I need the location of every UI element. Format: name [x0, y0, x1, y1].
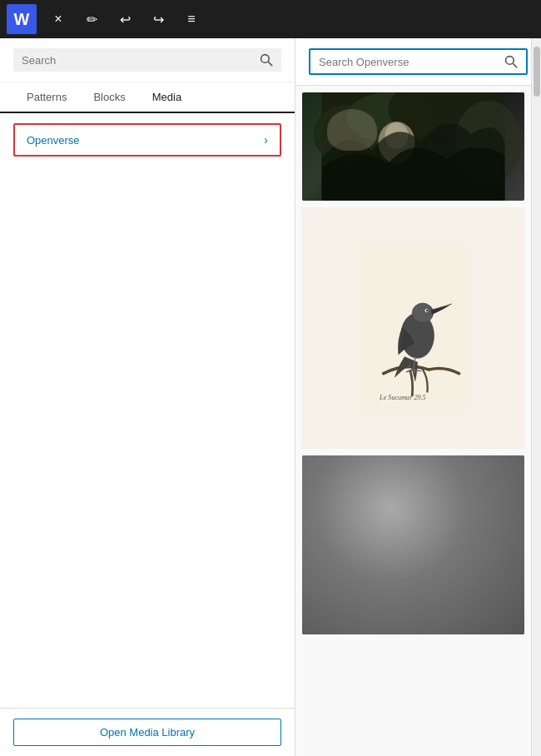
svg-point-22 — [336, 484, 366, 510]
tab-patterns[interactable]: Patterns — [13, 82, 80, 113]
openverse-label: Openverse — [27, 134, 80, 147]
dark-scene-svg — [302, 92, 524, 201]
svg-point-37 — [390, 477, 396, 484]
bird-sketch-image: Le Sucumar 29.5 — [302, 207, 524, 449]
openverse-search-wrapper — [309, 48, 528, 75]
openverse-search-bar — [295, 38, 541, 86]
search-input-wrapper — [13, 48, 281, 72]
search-input[interactable] — [22, 54, 260, 67]
svg-point-34 — [333, 589, 353, 605]
menu-button[interactable]: ≡ — [176, 4, 206, 34]
main-area: Patterns Blocks Media Openverse › Open M… — [0, 38, 541, 756]
svg-point-0 — [261, 55, 270, 63]
right-panel: Le Sucumar 29.5 — [295, 38, 541, 756]
svg-point-39 — [361, 536, 366, 541]
undo-button[interactable]: ↩ — [110, 4, 140, 34]
svg-line-3 — [513, 63, 517, 67]
left-panel: Patterns Blocks Media Openverse › Open M… — [0, 38, 295, 756]
openverse-item[interactable]: Openverse › — [13, 123, 281, 157]
openverse-search-input[interactable] — [319, 56, 504, 68]
search-icon — [260, 53, 273, 67]
openverse-search-icon-button[interactable] — [504, 55, 518, 68]
panel-content: Openverse › — [0, 113, 295, 708]
moon-surface-image — [302, 455, 524, 634]
svg-point-26 — [360, 557, 393, 587]
tab-media[interactable]: Media — [139, 82, 195, 113]
svg-point-38 — [422, 551, 430, 560]
svg-point-23 — [340, 487, 363, 507]
svg-point-32 — [434, 590, 451, 604]
gallery-image-1[interactable] — [302, 92, 524, 201]
svg-point-27 — [364, 561, 389, 583]
panel-footer: Open Media Library — [0, 708, 295, 756]
scrollbar-thumb[interactable] — [534, 47, 540, 97]
svg-point-31 — [467, 565, 485, 579]
svg-point-30 — [464, 561, 489, 583]
redo-button[interactable]: ↪ — [143, 4, 173, 34]
tab-blocks[interactable]: Blocks — [80, 82, 138, 113]
tabs-bar: Patterns Blocks Media — [0, 82, 295, 113]
svg-point-15 — [425, 310, 427, 311]
close-button[interactable]: × — [43, 4, 73, 34]
svg-point-33 — [437, 593, 449, 601]
svg-point-28 — [453, 500, 466, 511]
svg-point-40 — [479, 525, 489, 535]
scrollbar[interactable] — [531, 38, 541, 756]
svg-point-29 — [454, 501, 464, 510]
search-bar — [0, 38, 295, 82]
svg-rect-21 — [318, 455, 509, 634]
open-media-library-button[interactable]: Open Media Library — [13, 719, 281, 746]
svg-text:Le Sucumar 29.5: Le Sucumar 29.5 — [379, 394, 426, 401]
svg-point-13 — [412, 303, 433, 323]
bird-svg: Le Sucumar 29.5 — [355, 245, 472, 411]
svg-point-24 — [400, 514, 419, 530]
svg-point-25 — [402, 516, 417, 528]
chevron-right-icon: › — [264, 133, 268, 147]
svg-point-2 — [506, 57, 514, 65]
openverse-search-icon — [504, 55, 518, 68]
search-icon-button[interactable] — [260, 53, 273, 67]
image-gallery: Le Sucumar 29.5 — [295, 86, 541, 756]
svg-point-36 — [481, 604, 504, 624]
svg-line-1 — [268, 62, 272, 66]
svg-point-35 — [335, 591, 350, 603]
gallery-image-3[interactable] — [302, 455, 524, 634]
dark-scene-image — [302, 92, 524, 201]
pen-button[interactable]: ✏ — [77, 4, 107, 34]
toolbar: W × ✏ ↩ ↪ ≡ — [0, 0, 541, 38]
moon-surface-svg — [302, 455, 524, 634]
wp-logo-button[interactable]: W — [7, 4, 37, 34]
gallery-image-2[interactable]: Le Sucumar 29.5 — [302, 207, 524, 449]
